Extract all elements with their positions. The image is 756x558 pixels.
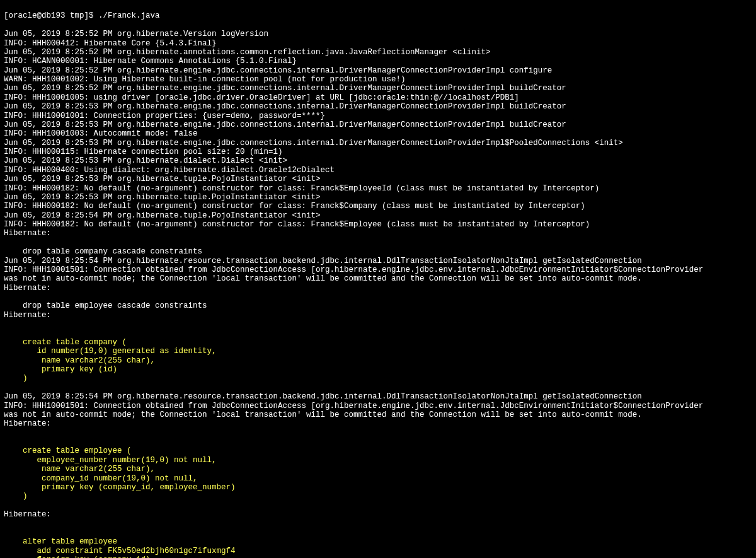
terminal-line: ) — [4, 374, 752, 383]
terminal-line: INFO: HHH000182: No default (no-argument… — [4, 202, 752, 211]
terminal-line: Jun 05, 2019 8:25:53 PM org.hibernate.en… — [4, 120, 752, 129]
terminal-line: Hibernate: — [4, 510, 752, 519]
terminal-line: company_id number(19,0) not null, — [4, 474, 752, 483]
terminal[interactable]: [oracle@db193 tmp]$ ./Franck.java Jun 05… — [0, 0, 756, 558]
terminal-line: INFO: HHH000412: Hibernate Core {5.4.3.F… — [4, 39, 752, 48]
terminal-line: Jun 05, 2019 8:25:54 PM org.hibernate.tu… — [4, 211, 752, 220]
terminal-line: INFO: HHH000182: No default (no-argument… — [4, 184, 752, 193]
terminal-line: Hibernate: — [4, 284, 752, 293]
terminal-line: INFO: HHH000115: Hibernate connection po… — [4, 148, 752, 156]
terminal-line: primary key (id) — [4, 365, 752, 374]
terminal-line: ) — [4, 492, 752, 501]
terminal-line — [4, 293, 752, 301]
terminal-line: add constraint FK5v50ed2bjh60n1gc7ifuxmg… — [4, 547, 752, 555]
terminal-line: WARN: HHH10001002: Using Hibernate built… — [4, 75, 752, 84]
terminal-line: Jun 05, 2019 8:25:52 PM org.hibernate.en… — [4, 84, 752, 93]
terminal-line: INFO: HHH000182: No default (no-argument… — [4, 220, 752, 229]
terminal-line: Jun 05, 2019 8:25:53 PM org.hibernate.di… — [4, 156, 752, 165]
prompt-line: [oracle@db193 tmp]$ ./Franck.java — [4, 11, 752, 20]
sql-create-company: create table company ( id number(19,0) g… — [4, 338, 752, 383]
terminal-line: INFO: HHH10001003: Autocommit mode: fals… — [4, 129, 752, 138]
terminal-line: foreign key (company_id) — [4, 555, 752, 558]
log-lines: Hibernate: — [4, 510, 752, 528]
terminal-line: name varchar2(255 char), — [4, 465, 752, 474]
terminal-line: Jun 05, 2019 8:25:53 PM org.hibernate.en… — [4, 139, 752, 148]
terminal-line: INFO: HCANN000001: Hibernate Commons Ann… — [4, 57, 752, 66]
terminal-line: INFO: HHH10001501: Connection obtained f… — [4, 402, 752, 410]
terminal-line: Jun 05, 2019 8:25:53 PM org.hibernate.en… — [4, 102, 752, 111]
terminal-line: id number(19,0) generated as identity, — [4, 347, 752, 356]
terminal-line: Hibernate: — [4, 419, 752, 428]
terminal-line: Jun 05, 2019 8:25:52 PM org.hibernate.an… — [4, 48, 752, 57]
terminal-line: drop table company cascade constraints — [4, 247, 752, 256]
terminal-line — [4, 519, 752, 528]
terminal-line: was not in auto-commit mode; the Connect… — [4, 410, 752, 419]
terminal-line: name varchar2(255 char), — [4, 356, 752, 365]
terminal-line: primary key (company_id, employee_number… — [4, 483, 752, 492]
terminal-line: Jun 05, 2019 8:25:53 PM org.hibernate.tu… — [4, 175, 752, 183]
terminal-line: drop table employee cascade constraints — [4, 301, 752, 310]
terminal-line — [4, 429, 752, 438]
sql-alter-employee: alter table employee add constraint FK5v… — [4, 537, 752, 558]
terminal-line: Hibernate: — [4, 229, 752, 238]
terminal-line: was not in auto-commit mode; the Connect… — [4, 274, 752, 283]
terminal-line: alter table employee — [4, 537, 752, 546]
terminal-line: INFO: HHH10001001: Connection properties… — [4, 112, 752, 120]
terminal-line: Hibernate: — [4, 311, 752, 320]
terminal-line: create table company ( — [4, 338, 752, 347]
sql-create-employee: create table employee ( employee_number … — [4, 446, 752, 501]
terminal-line: Jun 05, 2019 8:25:54 PM org.hibernate.re… — [4, 392, 752, 401]
terminal-line: INFO: HHH10001501: Connection obtained f… — [4, 265, 752, 274]
terminal-line: Jun 05, 2019 8:25:53 PM org.hibernate.tu… — [4, 193, 752, 202]
log-lines: Jun 05, 2019 8:25:54 PM org.hibernate.re… — [4, 392, 752, 438]
terminal-line: INFO: HHH000400: Using dialect: org.hibe… — [4, 166, 752, 175]
terminal-line: Jun 05, 2019 8:25:54 PM org.hibernate.re… — [4, 257, 752, 265]
terminal-line — [4, 238, 752, 247]
terminal-line: Jun 05, 2019 8:25:52 PM org.hibernate.Ve… — [4, 30, 752, 38]
terminal-line: Jun 05, 2019 8:25:52 PM org.hibernate.en… — [4, 66, 752, 75]
terminal-line: employee_number number(19,0) not null, — [4, 456, 752, 465]
log-lines: Jun 05, 2019 8:25:52 PM org.hibernate.Ve… — [4, 30, 752, 328]
terminal-line: create table employee ( — [4, 446, 752, 455]
terminal-line: INFO: HHH10001005: using driver [oracle.… — [4, 93, 752, 102]
terminal-line — [4, 320, 752, 328]
